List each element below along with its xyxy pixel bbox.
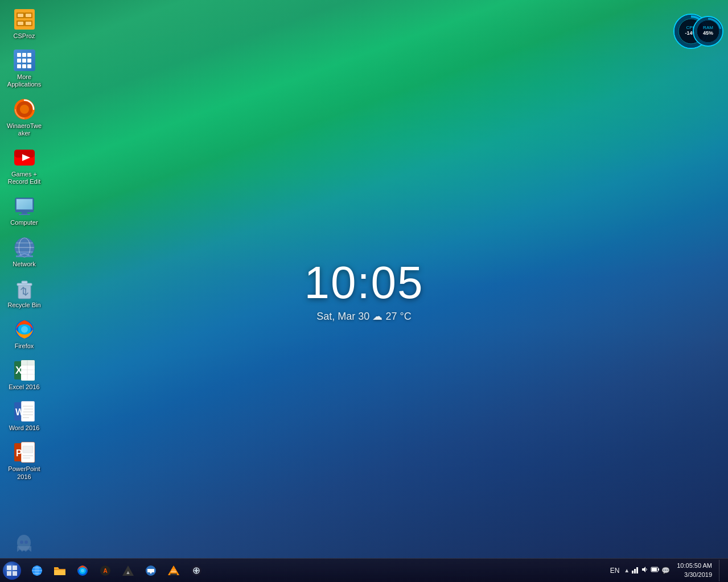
csproz-label: CSProz	[14, 32, 35, 40]
desktop-icons: CSProz More Applications	[3, 6, 46, 483]
svg-rect-20	[17, 199, 32, 209]
svg-rect-82	[54, 569, 65, 570]
tray-action-center[interactable]: 💬	[661, 567, 670, 575]
svg-point-85	[81, 569, 84, 572]
svg-rect-57	[23, 446, 33, 453]
recycle-bin-label: Recycle Bin	[7, 302, 40, 309]
more-apps-label: More Applications	[5, 73, 43, 88]
svg-text:RAM: RAM	[703, 25, 713, 30]
computer-label: Computer	[10, 219, 38, 226]
taskbar-teamspeak[interactable]	[140, 560, 162, 581]
svg-point-37	[21, 326, 28, 333]
tray-volume[interactable]	[641, 566, 649, 575]
svg-rect-2	[18, 14, 23, 17]
svg-rect-93	[170, 573, 177, 575]
center-clock: 10:05 Sat, Mar 30 ☁ 27 °C	[304, 260, 423, 323]
taskbar-apps: A ▲	[24, 559, 209, 582]
svg-rect-18	[22, 212, 27, 214]
taskbar-date: 3/30/2019	[684, 571, 712, 579]
gauge-widget: CPU -14% RAM 45%	[671, 3, 725, 57]
svg-rect-6	[18, 22, 23, 25]
icon-recycle-bin[interactable]: Recycle Bin	[3, 275, 46, 311]
svg-rect-17	[15, 210, 34, 212]
svg-point-11	[20, 105, 29, 114]
clock-weather-icon: ☁	[372, 311, 382, 322]
clock-temperature: 27 °C	[385, 311, 411, 322]
taskbar-arma1[interactable]: A	[94, 560, 116, 581]
svg-rect-46	[21, 360, 35, 365]
svg-rect-95	[171, 569, 176, 571]
svg-rect-27	[20, 252, 29, 254]
svg-text:P: P	[16, 448, 22, 458]
taskbar-steam[interactable]	[186, 560, 207, 581]
games-record-label: Games + Record Edit	[5, 171, 43, 185]
taskbar-arma2[interactable]: ▲	[117, 560, 139, 581]
icon-powerpoint[interactable]: P PowerPoint 2016	[3, 439, 46, 482]
icon-network[interactable]: Network	[3, 234, 46, 270]
svg-rect-32	[18, 285, 31, 299]
svg-point-74	[20, 540, 23, 544]
svg-rect-81	[54, 569, 65, 575]
svg-rect-4	[26, 14, 31, 17]
start-button[interactable]	[0, 559, 24, 583]
svg-marker-101	[642, 567, 645, 572]
start-orb	[3, 562, 21, 580]
svg-rect-19	[19, 214, 30, 215]
icon-csproz[interactable]: CSProz	[3, 6, 46, 42]
word-label: Word 2016	[9, 424, 40, 432]
powerpoint-label: PowerPoint 2016	[5, 465, 43, 480]
svg-rect-28	[16, 255, 23, 257]
icon-firefox[interactable]: Firefox	[3, 316, 46, 352]
svg-rect-94	[171, 571, 176, 572]
clock-date: Sat, Mar 30 ☁ 27 °C	[304, 310, 423, 323]
firefox-label: Firefox	[15, 342, 34, 350]
icon-computer[interactable]: Computer	[3, 192, 46, 229]
svg-text:X: X	[15, 365, 22, 376]
taskbar-time: 10:05:50 AM	[677, 562, 712, 570]
taskbar-clock[interactable]: 10:05:50 AM 3/30/2019	[672, 562, 717, 579]
show-desktop-button[interactable]	[719, 560, 723, 581]
system-tray: ▲	[624, 566, 670, 575]
svg-rect-34	[22, 281, 27, 284]
svg-text:45%: 45%	[703, 30, 713, 36]
desktop: CSProz More Applications	[0, 0, 728, 582]
icon-excel[interactable]: X Excel 2016	[3, 357, 46, 393]
lang-indicator[interactable]: EN	[608, 567, 622, 575]
taskbar-vlc[interactable]	[163, 560, 184, 581]
svg-rect-0	[14, 9, 35, 30]
winaero-label: WinaeroTweaker	[5, 122, 43, 137]
svg-point-75	[24, 540, 28, 544]
taskbar-folder[interactable]	[49, 560, 71, 581]
taskbar-ie[interactable]	[26, 560, 48, 581]
icon-games-record[interactable]: Games + Record Edit	[3, 144, 46, 188]
tray-network[interactable]	[631, 566, 639, 575]
icon-word[interactable]: W Word 2016	[3, 398, 46, 434]
svg-rect-103	[658, 568, 659, 571]
tray-battery[interactable]	[651, 566, 660, 575]
excel-label: Excel 2016	[9, 383, 39, 391]
svg-rect-99	[634, 569, 636, 573]
taskbar-firefox[interactable]	[72, 560, 93, 581]
svg-rect-104	[652, 568, 657, 571]
tray-expand[interactable]: ▲	[624, 567, 630, 573]
ghost-icon	[14, 534, 34, 554]
taskbar-right: EN ▲	[603, 559, 728, 582]
icon-winaero[interactable]: WinaeroTweaker	[3, 96, 46, 139]
icon-more-apps[interactable]: More Applications	[3, 47, 46, 90]
clock-date-text: Sat, Mar 30	[316, 311, 369, 322]
svg-text:A: A	[103, 568, 107, 574]
svg-rect-100	[636, 567, 638, 573]
svg-rect-98	[632, 571, 634, 573]
clock-time: 10:05	[304, 260, 423, 306]
network-label: Network	[13, 261, 35, 268]
svg-rect-8	[26, 22, 31, 25]
svg-text:▲: ▲	[126, 569, 131, 575]
svg-text:W: W	[15, 407, 24, 417]
svg-rect-29	[26, 255, 33, 257]
taskbar: A ▲	[0, 558, 728, 582]
